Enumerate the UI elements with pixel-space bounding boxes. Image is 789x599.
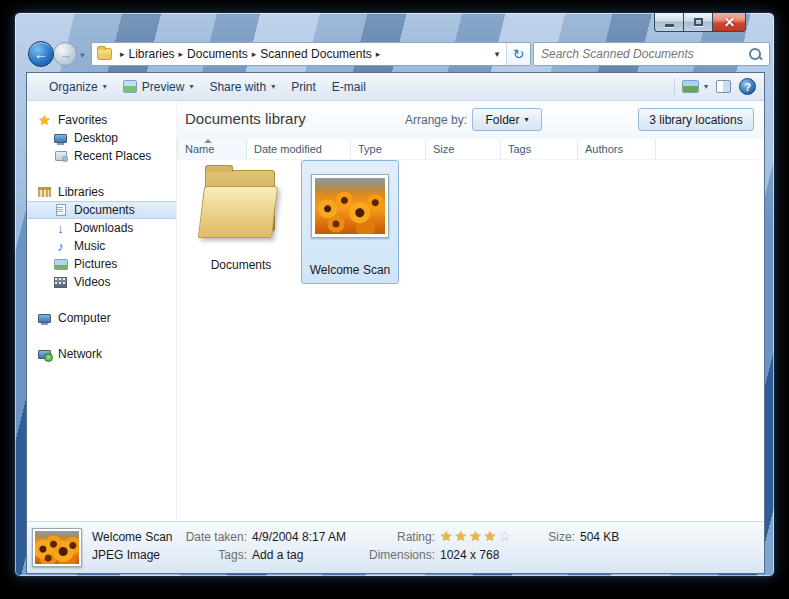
videos-icon bbox=[54, 277, 67, 288]
date-taken-label: Date taken: bbox=[157, 530, 247, 544]
sidebar-item-documents[interactable]: Documents bbox=[27, 201, 176, 219]
library-header: Documents library Arrange by: Folder ▾ 3… bbox=[177, 101, 764, 139]
views-dropdown-icon[interactable]: ▾ bbox=[704, 82, 708, 91]
item-label: Welcome Scan bbox=[310, 263, 390, 283]
history-dropdown-icon[interactable]: ▾ bbox=[80, 50, 85, 60]
breadcrumb-libraries[interactable]: Libraries bbox=[129, 47, 175, 61]
sidebar-label: Libraries bbox=[58, 185, 104, 199]
sidebar-item-pictures[interactable]: Pictures bbox=[27, 255, 176, 273]
chevron-down-icon: ▾ bbox=[525, 115, 529, 124]
sidebar-item-downloads[interactable]: ↓ Downloads bbox=[27, 219, 176, 237]
rating-label: Rating: bbox=[357, 530, 435, 544]
details-thumbnail bbox=[32, 528, 82, 567]
column-name[interactable]: Name bbox=[177, 139, 247, 159]
pictures-icon bbox=[54, 259, 68, 270]
sidebar-label: Desktop bbox=[74, 131, 118, 145]
downloads-icon: ↓ bbox=[53, 221, 68, 235]
chevron-down-icon: ▾ bbox=[189, 82, 193, 91]
change-view-button[interactable] bbox=[682, 80, 699, 93]
column-date-modified[interactable]: Date modified bbox=[247, 139, 351, 159]
sidebar-label: Network bbox=[58, 347, 102, 361]
date-taken-value: 4/9/2004 8:17 AM bbox=[252, 530, 346, 544]
column-type[interactable]: Type bbox=[351, 139, 426, 159]
search-icon[interactable] bbox=[747, 46, 763, 62]
library-title: Documents library bbox=[185, 110, 306, 127]
image-item-welcome-scan[interactable]: Welcome Scan bbox=[301, 160, 399, 284]
minimize-button[interactable] bbox=[654, 13, 683, 32]
search-input[interactable] bbox=[534, 47, 747, 61]
breadcrumb-documents[interactable]: Documents bbox=[187, 47, 248, 61]
rating-stars[interactable]: ★★★★☆ bbox=[440, 528, 513, 544]
dimensions-label: Dimensions: bbox=[357, 548, 435, 562]
network-icon bbox=[38, 350, 51, 359]
sort-ascending-icon bbox=[204, 139, 212, 143]
arrange-value: Folder bbox=[485, 113, 519, 127]
preview-pane-toggle[interactable] bbox=[716, 80, 731, 93]
sidebar-label: Pictures bbox=[74, 257, 117, 271]
sidebar-label: Videos bbox=[74, 275, 110, 289]
email-label: E-mail bbox=[332, 80, 366, 94]
flowers-image bbox=[315, 178, 385, 234]
sidebar-item-favorites[interactable]: ★ Favorites bbox=[27, 111, 176, 129]
sidebar-item-recent-places[interactable]: Recent Places bbox=[27, 147, 176, 165]
rating-star-icon[interactable]: ★ bbox=[440, 528, 455, 544]
breadcrumb-arrow-icon[interactable]: ▸ bbox=[376, 49, 381, 59]
maximize-button[interactable] bbox=[683, 13, 713, 32]
search-box bbox=[533, 42, 770, 66]
toolbar-divider bbox=[674, 78, 675, 96]
breadcrumb-arrow-icon[interactable]: ▸ bbox=[179, 49, 184, 59]
column-authors[interactable]: Authors bbox=[578, 139, 656, 159]
sidebar-item-libraries[interactable]: Libraries bbox=[27, 183, 176, 201]
item-label: Documents bbox=[211, 258, 272, 278]
column-tags[interactable]: Tags bbox=[501, 139, 578, 159]
help-button[interactable]: ? bbox=[739, 78, 756, 95]
organize-button[interactable]: Organize ▾ bbox=[41, 77, 115, 97]
chevron-down-icon: ▾ bbox=[103, 82, 107, 91]
email-button[interactable]: E-mail bbox=[324, 77, 374, 97]
music-icon: ♪ bbox=[53, 239, 68, 253]
size-value: 504 KB bbox=[580, 530, 619, 544]
sidebar-item-network[interactable]: Network bbox=[27, 345, 176, 363]
flowers-image bbox=[35, 531, 79, 564]
sidebar-label: Recent Places bbox=[74, 149, 151, 163]
rating-star-icon[interactable]: ★ bbox=[469, 528, 484, 544]
navigation-pane: ★ Favorites Desktop Recent Places Li bbox=[27, 101, 177, 521]
rating-star-icon[interactable]: ★ bbox=[455, 528, 470, 544]
items-view[interactable]: Documents Welcome Scan bbox=[177, 160, 764, 521]
print-button[interactable]: Print bbox=[283, 77, 324, 97]
size-label: Size: bbox=[539, 530, 575, 544]
library-locations-button[interactable]: 3 library locations bbox=[638, 108, 754, 131]
share-with-button[interactable]: Share with ▾ bbox=[201, 77, 283, 97]
breadcrumb-arrow-icon[interactable]: ▸ bbox=[120, 49, 125, 59]
sidebar-label: Music bbox=[74, 239, 105, 253]
sidebar-item-computer[interactable]: Computer bbox=[27, 309, 176, 327]
refresh-icon[interactable]: ↻ bbox=[506, 43, 530, 65]
rating-star-icon[interactable]: ☆ bbox=[498, 528, 513, 544]
sidebar-item-music[interactable]: ♪ Music bbox=[27, 237, 176, 255]
photo-thumbnail bbox=[311, 174, 389, 238]
arrange-by-label: Arrange by: bbox=[405, 113, 467, 127]
close-icon bbox=[724, 17, 735, 28]
column-headers: Name Date modified Type Size Tags Author… bbox=[177, 139, 764, 160]
close-button[interactable] bbox=[713, 13, 746, 32]
back-button[interactable]: ← bbox=[28, 41, 54, 67]
address-dropdown-icon[interactable]: ▾ bbox=[488, 49, 506, 59]
sidebar-item-videos[interactable]: Videos bbox=[27, 273, 176, 291]
preview-button[interactable]: Preview ▾ bbox=[115, 77, 202, 97]
address-bar[interactable]: ▸ Libraries ▸ Documents ▸ Scanned Docume… bbox=[91, 42, 531, 66]
arrange-by-folder-button[interactable]: Folder ▾ bbox=[472, 108, 542, 131]
breadcrumb-scanned-documents[interactable]: Scanned Documents bbox=[260, 47, 371, 61]
tags-value[interactable]: Add a tag bbox=[252, 548, 303, 562]
command-toolbar: Organize ▾ Preview ▾ Share with ▾ Print … bbox=[27, 73, 764, 101]
documents-icon bbox=[56, 204, 66, 216]
rating-star-icon[interactable]: ★ bbox=[484, 528, 499, 544]
breadcrumb-arrow-icon[interactable]: ▸ bbox=[252, 49, 257, 59]
folder-icon bbox=[195, 166, 287, 244]
maximize-icon bbox=[694, 18, 703, 26]
column-size[interactable]: Size bbox=[426, 139, 501, 159]
details-pane: Welcome Scan JPEG Image Date taken: 4/9/… bbox=[27, 521, 764, 573]
sidebar-item-desktop[interactable]: Desktop bbox=[27, 129, 176, 147]
desktop-icon bbox=[54, 134, 67, 143]
forward-button[interactable]: → bbox=[53, 42, 77, 66]
folder-item-documents[interactable]: Documents bbox=[189, 162, 293, 278]
